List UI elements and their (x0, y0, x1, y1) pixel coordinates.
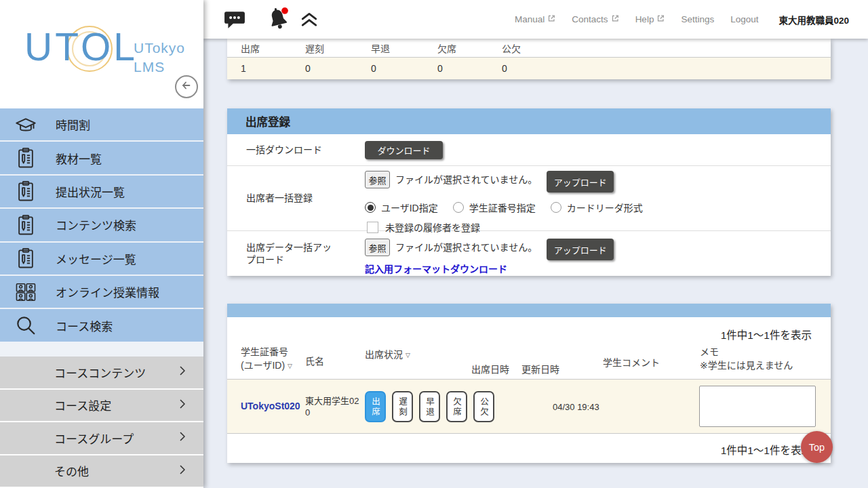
radio-option-student-number[interactable]: 学生証番号指定 (453, 201, 536, 214)
column-header-line: ※学生には見えません (700, 359, 793, 373)
sidebar-item-online-class-info[interactable]: オンライン授業情報 (0, 276, 203, 309)
summary-value-early-leave: 0 (371, 63, 437, 74)
sidebar-item-label: その他 (54, 462, 89, 479)
summary-header-excused: 公欠 (502, 41, 831, 55)
column-header-attend-time: 出席日時 (471, 363, 509, 377)
logout-link-label: Logout (730, 14, 758, 24)
logo-subtitle-line2: LMS (134, 58, 185, 77)
status-button-late[interactable]: 遅刻 (392, 391, 413, 422)
sidebar-item-messages[interactable]: メッセージ一覧 (0, 243, 203, 276)
summary-header-early-leave: 早退 (371, 41, 437, 55)
contacts-link[interactable]: Contacts (572, 14, 618, 24)
column-header-line: (ユーザID) ▽ (241, 359, 292, 373)
bulk-register-row: 出席者一括登録 参照 ファイルが選択されていません。 アップロード ユーザID指… (227, 166, 831, 231)
sidebar-item-submission-status[interactable]: 提出状況一覧 (0, 176, 203, 209)
memo-textarea[interactable] (699, 386, 816, 427)
manual-link[interactable]: Manual (515, 14, 555, 24)
arrow-left-icon (180, 79, 193, 95)
logo-area: UTOL UTokyo LMS (0, 0, 203, 108)
notification-dot (281, 7, 288, 14)
table-top-bar (227, 304, 831, 317)
utol-logo: UTOL (24, 24, 138, 69)
sort-icon[interactable]: ▽ (288, 363, 292, 369)
radio-label: カードリーダ形式 (567, 201, 643, 214)
messages-button[interactable] (224, 10, 245, 32)
bulk-register-label: 出席者一括登録 (227, 166, 365, 230)
file-status-text: ファイルが選択されていません。 (395, 239, 537, 256)
sidebar-item-others[interactable]: その他 (0, 455, 203, 488)
settings-link[interactable]: Settings (681, 14, 714, 24)
browse-file-button[interactable]: 参照 (365, 239, 390, 256)
column-header-line: メモ (700, 346, 793, 359)
bell-icon (266, 22, 290, 34)
showing-count-text: 1件中1〜1件を表示 (721, 442, 812, 457)
main-content: 出席 遅刻 早退 欠席 公欠 1 0 0 0 0 出席登録 一括ダウンロード ダ… (203, 39, 868, 488)
sidebar-item-content-search[interactable]: コンテンツ検索 (0, 209, 203, 242)
status-button-present[interactable]: 出席 (365, 391, 386, 422)
radio-option-user-id[interactable]: ユーザID指定 (365, 201, 438, 214)
data-upload-row: 出席データ一括アップロード 参照 ファイルが選択されていません。 アップロード … (227, 231, 831, 276)
upload-button[interactable]: アップロード (547, 239, 614, 260)
table-footer: 1件中1〜1件を表示 (227, 434, 831, 463)
sidebar-item-timetable[interactable]: 時間割 (0, 108, 203, 142)
topbar-links: Manual Contacts Help (515, 0, 868, 39)
summary-header-absent: 欠席 (437, 41, 502, 55)
student-name: 東大用学生020 (305, 396, 362, 419)
summary-header-row: 出席 遅刻 早退 欠席 公欠 (227, 39, 831, 58)
sidebar: UTOL UTokyo LMS (0, 0, 203, 488)
settings-link-label: Settings (681, 14, 714, 24)
logo-subtitle-line1: UTokyo (134, 39, 185, 58)
radio-button-icon[interactable] (365, 202, 376, 213)
help-link[interactable]: Help (635, 14, 665, 24)
data-upload-content: 参照 ファイルが選択されていません。 アップロード 記入用フォーマットダウンロー… (365, 231, 831, 276)
radio-option-card-reader[interactable]: カードリーダ形式 (551, 201, 643, 214)
online-class-icon (14, 280, 38, 304)
column-header-text: 出席状況 (365, 349, 403, 360)
manual-link-label: Manual (515, 14, 545, 24)
notifications-button[interactable] (266, 6, 290, 35)
format-download-link[interactable]: 記入用フォーマットダウンロード (365, 262, 507, 275)
sidebar-divider (0, 343, 203, 357)
collapse-topbar-button[interactable] (300, 12, 318, 30)
sidebar-item-course-settings[interactable]: コース設定 (0, 390, 203, 423)
column-header-student-id[interactable]: 学生証番号 (ユーザID) ▽ (241, 346, 292, 372)
help-link-label: Help (635, 14, 654, 24)
attendance-summary-table: 出席 遅刻 早退 欠席 公欠 1 0 0 0 0 (227, 39, 831, 79)
status-button-excused[interactable]: 公欠 (473, 391, 494, 422)
summary-value-present: 1 (227, 63, 305, 74)
section-title: 出席登録 (227, 108, 831, 134)
logout-link[interactable]: Logout (730, 14, 758, 24)
external-link-icon (547, 14, 555, 24)
radio-button-icon[interactable] (453, 202, 464, 213)
status-button-early-leave[interactable]: 早退 (419, 391, 440, 422)
double-chevron-up-icon (300, 18, 318, 29)
chevron-right-icon (179, 431, 186, 445)
summary-header-late: 遅刻 (305, 41, 371, 55)
status-button-absent[interactable]: 欠席 (446, 391, 467, 422)
summary-values-row: 1 0 0 0 0 (227, 58, 831, 79)
external-link-icon (611, 14, 619, 24)
browse-file-button[interactable]: 参照 (365, 171, 390, 188)
sidebar-item-course-search[interactable]: コース検索 (0, 309, 203, 342)
clipboard-icon (14, 179, 38, 203)
sidebar-item-label: 教材一覧 (56, 150, 102, 167)
radio-button-icon[interactable] (551, 202, 561, 213)
clipboard-icon (14, 246, 38, 270)
upload-button[interactable]: アップロード (547, 171, 614, 192)
column-header-text: (ユーザID) (241, 360, 285, 371)
sidebar-collapse-button[interactable] (175, 75, 198, 98)
sidebar-course-nav: コースコンテンツ コース設定 コースグループ その他 (0, 357, 203, 488)
summary-value-excused: 0 (502, 63, 831, 74)
download-button[interactable]: ダウンロード (365, 141, 443, 159)
data-upload-label-text: 出席データ一括アップロード (246, 241, 340, 266)
student-id-link[interactable]: UTokyoSt020 (241, 401, 300, 411)
sidebar-item-materials[interactable]: 教材一覧 (0, 142, 203, 175)
sort-icon[interactable]: ▽ (406, 352, 410, 359)
column-header-status[interactable]: 出席状況 ▽ (365, 348, 410, 362)
sidebar-main-nav: 時間割 教材一覧 (0, 108, 203, 343)
sidebar-item-label: メッセージ一覧 (56, 250, 136, 267)
scroll-to-top-button[interactable]: Top (801, 431, 833, 463)
sidebar-item-label: コースコンテンツ (54, 364, 146, 381)
sidebar-item-course-group[interactable]: コースグループ (0, 422, 203, 455)
sidebar-item-course-contents[interactable]: コースコンテンツ (0, 357, 203, 390)
